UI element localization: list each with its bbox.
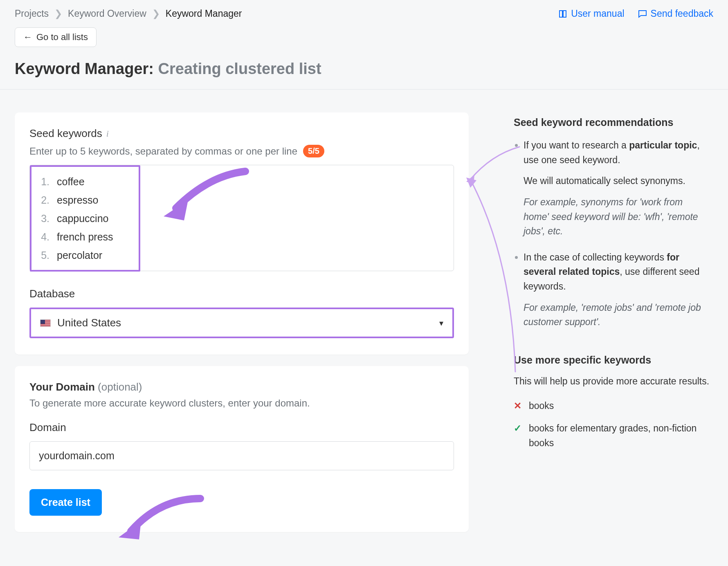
your-domain-card: Your Domain (optional) To generate more …: [15, 366, 469, 532]
database-select[interactable]: United States ▾: [29, 308, 454, 338]
keyword-row: 3.cappuccino: [40, 209, 444, 228]
go-to-all-lists-button[interactable]: ← Go to all lists: [15, 27, 97, 47]
arrow-left-icon: ←: [23, 32, 32, 43]
check-icon: ✓: [514, 421, 521, 450]
create-list-button[interactable]: Create list: [29, 489, 102, 516]
keyword-row: 2.espresso: [40, 191, 444, 209]
your-domain-title: Your Domain (optional): [29, 381, 454, 393]
domain-label: Domain: [29, 421, 454, 434]
breadcrumb-current: Keyword Manager: [166, 8, 242, 19]
recommendations-title: Seed keyword recommendations: [514, 117, 710, 128]
tip-good: ✓ books for elementary grades, non-ficti…: [514, 421, 710, 450]
book-icon: [558, 9, 568, 19]
seed-keywords-label: Seed keywords: [29, 127, 102, 140]
tips-title: Use more specific keywords: [514, 354, 710, 366]
page-title: Keyword Manager: Creating clustered list: [15, 60, 713, 78]
chevron-down-icon: ▾: [439, 318, 443, 328]
chevron-right-icon: ❯: [54, 8, 62, 19]
keyword-row: 5.percolator: [40, 246, 444, 265]
divider: [0, 89, 728, 90]
feedback-icon: [638, 9, 647, 19]
breadcrumb-keyword-overview[interactable]: Keyword Overview: [68, 8, 146, 19]
user-manual-link[interactable]: User manual: [558, 8, 624, 19]
seed-keywords-card: Seed keywords i Enter up to 5 keywords, …: [15, 112, 469, 355]
keyword-row: 4.french press: [40, 228, 444, 246]
database-label: Database: [29, 287, 454, 300]
send-feedback-link[interactable]: Send feedback: [638, 8, 713, 19]
seed-hint: Enter up to 5 keywords, separated by com…: [29, 146, 297, 157]
seed-keywords-textarea[interactable]: 1.coffee 2.espresso 3.cappuccino 4.frenc…: [29, 165, 454, 271]
your-domain-desc: To generate more accurate keyword cluste…: [29, 398, 454, 409]
tip-bad: ✕ books: [514, 399, 710, 413]
recommendations-list: If you want to research a particular top…: [514, 138, 710, 330]
tips-desc: This will help us provide more accurate …: [514, 374, 710, 389]
recommendation-item: In the case of collecting keywords for s…: [524, 250, 710, 330]
breadcrumb: Projects ❯ Keyword Overview ❯ Keyword Ma…: [15, 8, 242, 19]
recommendation-item: If you want to research a particular top…: [524, 138, 710, 239]
us-flag-icon: [40, 319, 51, 327]
keyword-row: 1.coffee: [40, 173, 444, 191]
info-icon[interactable]: i: [106, 128, 109, 139]
chevron-right-icon: ❯: [152, 8, 160, 19]
x-icon: ✕: [514, 399, 521, 413]
domain-input[interactable]: [29, 441, 454, 470]
keyword-count-badge: 5/5: [303, 145, 324, 157]
breadcrumb-projects[interactable]: Projects: [15, 8, 49, 19]
